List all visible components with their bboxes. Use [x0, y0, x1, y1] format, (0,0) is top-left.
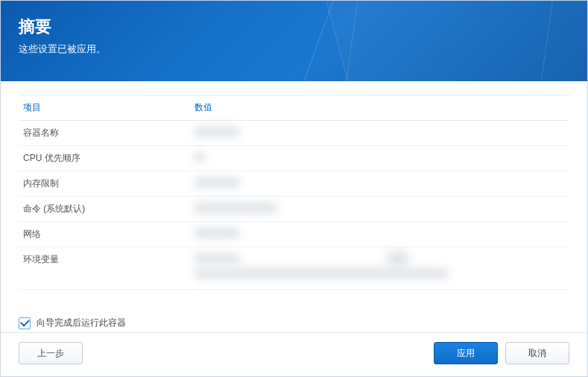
wizard-dialog: 摘要 这些设置已被应用。 项目 数值 容器名称 CPU 优先顺序 [0, 0, 588, 377]
run-after-wizard-checkbox[interactable] [19, 317, 31, 329]
banner-subtitle: 这些设置已被应用。 [19, 42, 569, 56]
run-after-wizard-label: 向导完成后运行此容器 [37, 317, 126, 329]
summary-content: 项目 数值 容器名称 CPU 优先顺序 内存限制 命令 [1, 81, 587, 308]
row-value [190, 171, 569, 197]
banner: 摘要 这些设置已被应用。 [1, 1, 587, 81]
row-value [190, 146, 569, 171]
row-label: 命令 (系统默认) [19, 197, 190, 222]
row-value [190, 247, 569, 290]
apply-button[interactable]: 应用 [434, 342, 498, 364]
row-value [190, 222, 569, 247]
table-row: 命令 (系统默认) [19, 197, 569, 222]
row-label: CPU 优先顺序 [19, 146, 190, 171]
col-header-item: 项目 [19, 95, 190, 121]
footer: 上一步 应用 取消 [1, 332, 587, 376]
table-row: CPU 优先顺序 [19, 146, 569, 171]
row-label: 容器名称 [19, 121, 190, 146]
row-label: 网络 [19, 222, 190, 247]
row-value [190, 197, 569, 222]
banner-title: 摘要 [19, 16, 569, 38]
back-button[interactable]: 上一步 [19, 342, 83, 364]
row-label: 环境变量 [19, 247, 190, 290]
row-label: 内存限制 [19, 171, 190, 197]
table-row: 容器名称 [19, 121, 569, 146]
table-row: 环境变量 [19, 247, 569, 290]
col-header-value: 数值 [190, 95, 569, 121]
summary-table: 项目 数值 容器名称 CPU 优先顺序 内存限制 命令 [19, 95, 569, 290]
table-row: 内存限制 [19, 171, 569, 197]
row-value [190, 121, 569, 146]
cancel-button[interactable]: 取消 [505, 342, 569, 364]
run-after-wizard-row: 向导完成后运行此容器 [1, 308, 587, 332]
table-row: 网络 [19, 222, 569, 247]
